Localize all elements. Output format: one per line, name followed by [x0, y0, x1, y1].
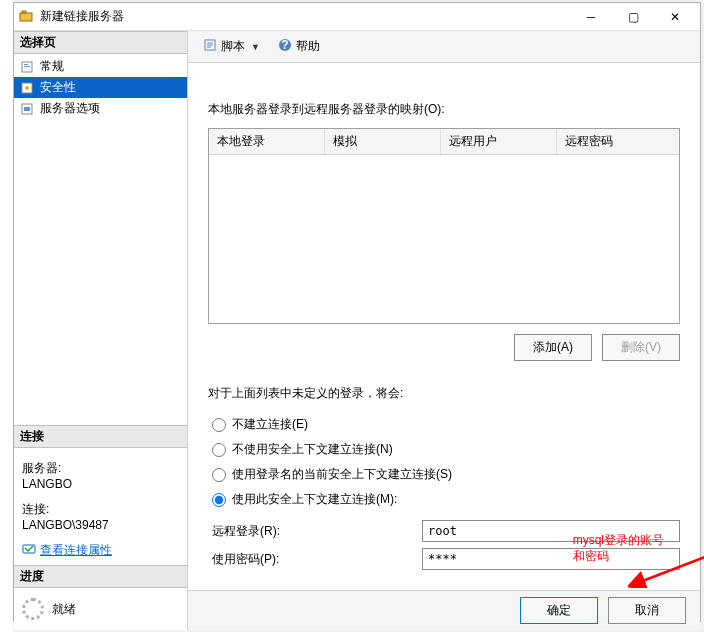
script-label: 脚本 [221, 38, 245, 55]
server-value: LANGBO [22, 477, 179, 495]
col-local-login[interactable]: 本地登录 [209, 129, 325, 154]
page-icon [20, 59, 36, 75]
remove-button: 删除(V) [602, 334, 680, 361]
dialog-window: 新建链接服务器 ─ ▢ ✕ 选择页 常规 安全性 [13, 2, 701, 622]
server-label: 服务器: [22, 454, 179, 477]
svg-rect-4 [24, 66, 30, 67]
help-button[interactable]: ? 帮助 [271, 35, 327, 58]
connection-label: 连接: [22, 495, 179, 518]
undefined-logins-label: 对于上面列表中未定义的登录，将会: [208, 385, 680, 402]
mapping-label: 本地服务器登录到远程服务器登录的映射(O): [208, 101, 680, 118]
sidebar: 选择页 常规 安全性 服务 [14, 31, 188, 630]
radio-this-security-input[interactable] [212, 493, 226, 507]
svg-rect-0 [20, 13, 32, 21]
close-button[interactable]: ✕ [654, 3, 696, 31]
page-label: 安全性 [40, 79, 76, 96]
connection-icon [22, 542, 36, 559]
remote-login-input[interactable] [422, 520, 680, 542]
svg-point-6 [25, 86, 29, 90]
radio-current-security-label: 使用登录名的当前安全上下文建立连接(S) [232, 466, 452, 483]
connection-value: LANGBO\39487 [22, 518, 179, 536]
ok-button[interactable]: 确定 [520, 597, 598, 624]
cancel-button[interactable]: 取消 [608, 597, 686, 624]
progress-header: 进度 [14, 565, 187, 588]
radio-without-security-label: 不使用安全上下文建立连接(N) [232, 441, 393, 458]
page-label: 服务器选项 [40, 100, 100, 117]
radio-this-security[interactable]: 使用此安全上下文建立连接(M): [212, 487, 680, 512]
col-impersonate[interactable]: 模拟 [325, 129, 441, 154]
col-remote-user[interactable]: 远程用户 [441, 129, 557, 154]
help-label: 帮助 [296, 38, 320, 55]
page-item-server-options[interactable]: 服务器选项 [14, 98, 187, 119]
progress-status: 就绪 [52, 601, 76, 618]
view-props-label: 查看连接属性 [40, 542, 112, 559]
toolbar: 脚本 ▼ ? 帮助 [188, 31, 700, 63]
radio-without-security[interactable]: 不使用安全上下文建立连接(N) [212, 437, 680, 462]
radio-current-security-input[interactable] [212, 468, 226, 482]
page-icon [20, 80, 36, 96]
password-input[interactable] [422, 548, 680, 570]
background-edge [0, 0, 13, 632]
login-mapping-grid[interactable]: 本地登录 模拟 远程用户 远程密码 [208, 128, 680, 324]
minimize-button[interactable]: ─ [570, 3, 612, 31]
dialog-footer: 确定 取消 [188, 590, 700, 630]
page-item-general[interactable]: 常规 [14, 56, 187, 77]
help-icon: ? [278, 38, 292, 55]
dropdown-caret-icon: ▼ [251, 42, 260, 52]
page-label: 常规 [40, 58, 64, 75]
connection-header: 连接 [14, 425, 187, 448]
main-panel: 脚本 ▼ ? 帮助 本地服务器登录到远程服务器登录的映射(O): 本地登录 模拟 [188, 31, 700, 630]
radio-not-made-label: 不建立连接(E) [232, 416, 308, 433]
window-title: 新建链接服务器 [40, 8, 570, 25]
script-button[interactable]: 脚本 ▼ [196, 35, 267, 58]
radio-not-made-input[interactable] [212, 418, 226, 432]
add-button[interactable]: 添加(A) [514, 334, 592, 361]
page-item-security[interactable]: 安全性 [14, 77, 187, 98]
password-label: 使用密码(P): [212, 551, 422, 568]
titlebar: 新建链接服务器 ─ ▢ ✕ [14, 3, 700, 31]
radio-current-security[interactable]: 使用登录名的当前安全上下文建立连接(S) [212, 462, 680, 487]
pages-header: 选择页 [14, 31, 187, 54]
svg-rect-8 [24, 107, 30, 111]
svg-rect-3 [24, 64, 28, 65]
radio-this-security-label: 使用此安全上下文建立连接(M): [232, 491, 397, 508]
svg-rect-1 [22, 11, 26, 13]
script-icon [203, 38, 217, 55]
radio-not-made[interactable]: 不建立连接(E) [212, 412, 680, 437]
page-icon [20, 101, 36, 117]
progress-spinner-icon [22, 598, 44, 620]
maximize-button[interactable]: ▢ [612, 3, 654, 31]
svg-text:?: ? [281, 38, 288, 52]
col-remote-password[interactable]: 远程密码 [557, 129, 679, 154]
radio-without-security-input[interactable] [212, 443, 226, 457]
remote-login-label: 远程登录(R): [212, 523, 422, 540]
app-icon [18, 9, 34, 25]
view-connection-props-link[interactable]: 查看连接属性 [22, 542, 112, 559]
